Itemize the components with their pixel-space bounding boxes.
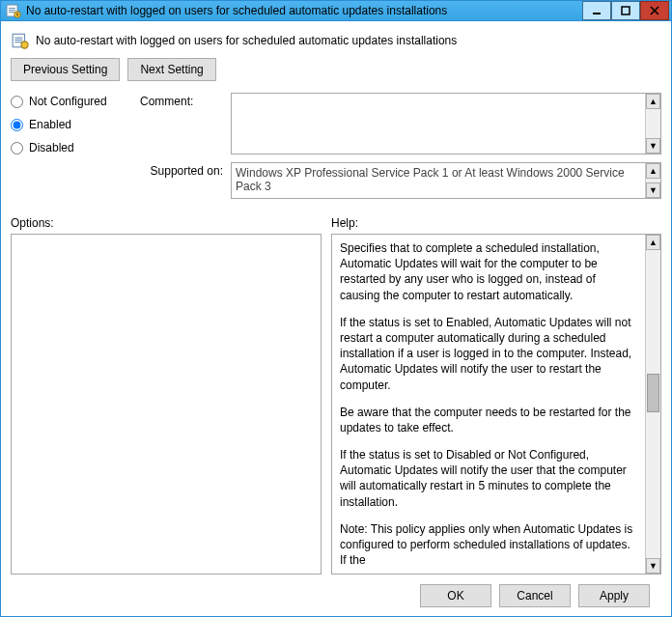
cancel-button[interactable]: Cancel [499, 584, 571, 607]
svg-rect-3 [9, 12, 15, 13]
scroll-down-icon[interactable]: ▼ [646, 138, 660, 154]
radio-disabled[interactable]: Disabled [11, 141, 136, 154]
scroll-up-icon[interactable]: ▲ [646, 235, 660, 250]
close-button[interactable] [640, 1, 669, 20]
svg-rect-10 [14, 38, 22, 39]
policy-name: No auto-restart with logged on users for… [36, 34, 457, 47]
options-panel [11, 234, 322, 575]
radio-disabled-input[interactable] [11, 142, 23, 154]
svg-rect-7 [593, 13, 601, 14]
app-icon [5, 2, 22, 19]
supported-on-value: Windows XP Professional Service Pack 1 o… [232, 163, 645, 198]
previous-setting-button[interactable]: Previous Setting [11, 58, 120, 81]
scroll-down-icon[interactable]: ▼ [646, 558, 660, 574]
titlebar: No auto-restart with logged on users for… [1, 1, 671, 21]
policy-dialog: No auto-restart with logged on users for… [0, 0, 672, 617]
comment-field[interactable] [232, 94, 645, 154]
svg-rect-12 [14, 42, 22, 42]
supported-on-label: Supported on: [140, 162, 227, 178]
svg-rect-8 [622, 7, 630, 14]
help-paragraph: Be aware that the computer needs to be r… [340, 405, 637, 435]
radio-enabled[interactable]: Enabled [11, 118, 136, 131]
radio-enabled-input[interactable] [11, 119, 23, 131]
comment-field-wrap: ▲ ▼ [231, 93, 661, 154]
policy-header: No auto-restart with logged on users for… [11, 29, 661, 58]
help-paragraph: If the status is set to Disabled or Not … [340, 447, 637, 510]
comment-scrollbar: ▲ ▼ [645, 94, 660, 154]
help-paragraph: Note: This policy applies only when Auto… [340, 521, 637, 569]
svg-rect-6 [16, 14, 18, 15]
help-scrollbar[interactable]: ▲ ▼ [645, 235, 660, 574]
radio-disabled-label: Disabled [29, 141, 74, 154]
scrollbar-thumb[interactable] [647, 374, 659, 412]
svg-rect-1 [9, 8, 15, 9]
comment-label: Comment: [140, 93, 227, 108]
minimize-button[interactable] [582, 1, 611, 20]
scrollbar-track[interactable] [646, 250, 660, 558]
supported-on-field-wrap: Windows XP Professional Service Pack 1 o… [231, 162, 661, 199]
help-paragraph: Specifies that to complete a scheduled i… [340, 240, 637, 303]
next-setting-button[interactable]: Next Setting [127, 58, 215, 81]
scroll-up-icon[interactable]: ▲ [646, 94, 660, 109]
help-text: Specifies that to complete a scheduled i… [332, 235, 645, 574]
window-title: No auto-restart with logged on users for… [26, 4, 582, 17]
radio-not-configured-label: Not Configured [29, 95, 107, 108]
scroll-up-icon[interactable]: ▲ [646, 163, 660, 179]
svg-point-13 [21, 42, 28, 48]
supported-scrollbar: ▲ ▼ [645, 163, 660, 198]
apply-button[interactable]: Apply [578, 584, 650, 607]
help-paragraph: If the status is set to Enabled, Automat… [340, 315, 637, 393]
ok-button[interactable]: OK [420, 584, 491, 607]
help-label: Help: [331, 216, 358, 230]
policy-icon [11, 31, 30, 50]
svg-rect-2 [9, 10, 15, 11]
radio-not-configured[interactable]: Not Configured [11, 95, 136, 108]
dialog-footer: OK Cancel Apply [11, 575, 661, 617]
svg-rect-11 [14, 40, 22, 41]
scroll-down-icon[interactable]: ▼ [646, 182, 660, 198]
radio-enabled-label: Enabled [29, 118, 71, 131]
radio-not-configured-input[interactable] [11, 96, 23, 108]
options-label: Options: [11, 216, 331, 230]
help-panel: Specifies that to complete a scheduled i… [331, 234, 661, 575]
maximize-button[interactable] [611, 1, 640, 20]
